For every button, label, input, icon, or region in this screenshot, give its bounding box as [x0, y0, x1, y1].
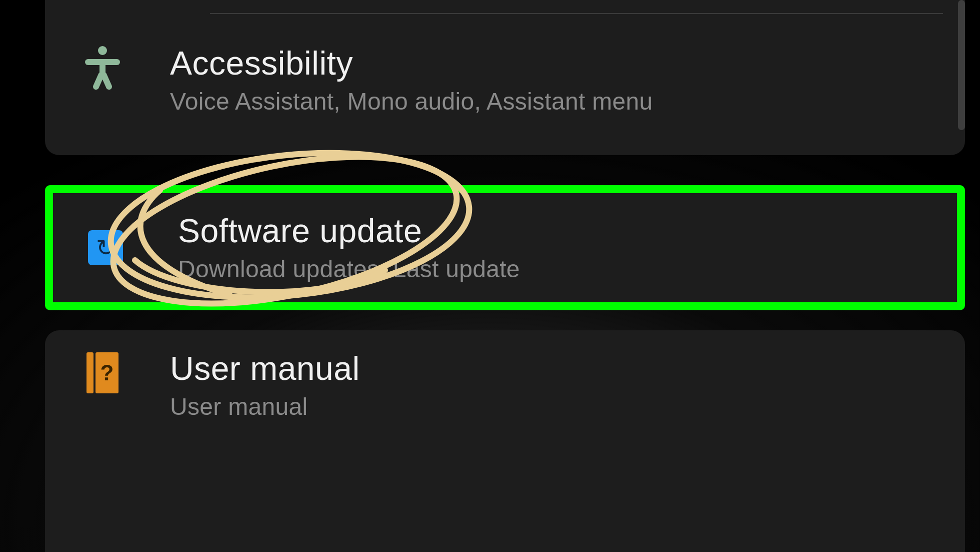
settings-item-software-update[interactable]: ↻ Software update Download updates, Last…	[45, 185, 965, 310]
settings-screen: Accessibility Voice Assistant, Mono audi…	[0, 0, 980, 552]
settings-item-user-manual[interactable]: ? User manual User manual	[45, 330, 965, 552]
settings-item-title: Software update	[178, 213, 937, 249]
scrollbar-thumb[interactable]	[958, 0, 965, 130]
update-icon: ↻	[88, 225, 133, 270]
settings-item-subtitle: Voice Assistant, Mono audio, Assistant m…	[170, 88, 945, 115]
manual-icon: ?	[80, 350, 125, 395]
settings-item-title: Accessibility	[170, 45, 945, 82]
settings-item-title: User manual	[170, 350, 945, 387]
settings-item-subtitle: User manual	[170, 393, 945, 420]
person-icon	[80, 45, 125, 90]
settings-item-accessibility[interactable]: Accessibility Voice Assistant, Mono audi…	[45, 0, 965, 155]
settings-item-subtitle: Download updates, Last update	[178, 255, 937, 283]
